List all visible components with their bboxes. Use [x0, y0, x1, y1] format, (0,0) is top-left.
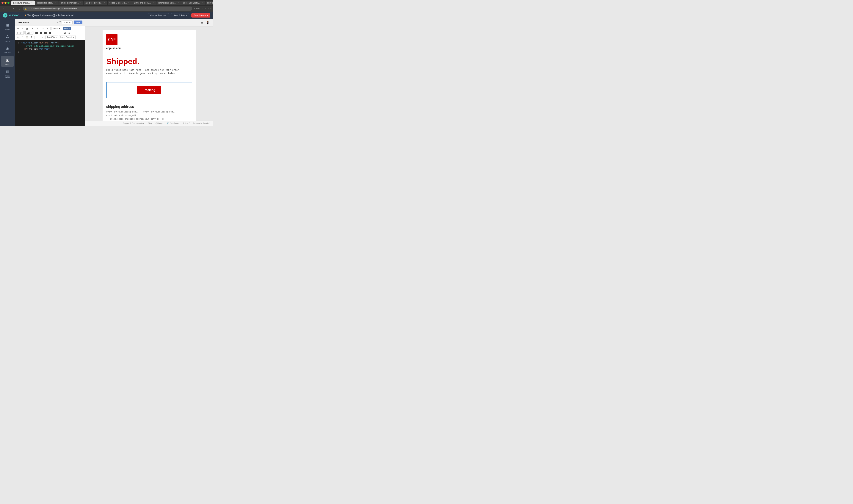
tab-close-icon[interactable]: ×	[80, 2, 82, 4]
save-content-button[interactable]: Save Content ▸	[191, 13, 210, 18]
code-line-1: 1 <div><a class="button1" href="{{ event…	[16, 41, 83, 51]
cut-button[interactable]: ✂	[16, 35, 20, 39]
tab-close-icon[interactable]: ×	[152, 2, 154, 4]
preview-topbar: 🖥 📱	[85, 19, 213, 26]
browser-tab-3[interactable]: apple use cloud st... ×	[84, 1, 107, 5]
chevron-down-icon: ▾	[56, 36, 57, 38]
sidebar-item-block-styles[interactable]: ▤ Block Styles	[1, 68, 14, 80]
font-color-button[interactable]: A	[31, 27, 35, 31]
browser-tab-6[interactable]: iphone icloud uploa... ×	[157, 1, 181, 5]
zoom-level: 110%	[194, 7, 200, 10]
indent-decrease-button[interactable]: ←	[54, 31, 58, 35]
data-feeds-link[interactable]: 📡 Data Feeds	[167, 122, 179, 124]
logo-text: KLAVIYO	[8, 14, 19, 17]
mobile-view-icon[interactable]: 📱	[205, 20, 210, 25]
indent-increase-button[interactable]: →	[58, 31, 62, 35]
forward-button[interactable]: ›	[7, 7, 11, 11]
header-status: Your {{ organization.name }} order has s…	[24, 14, 74, 17]
email-logo: CNP	[106, 34, 117, 45]
align-right-button[interactable]: ⬛	[43, 31, 48, 35]
tab-close-icon[interactable]: ×	[31, 2, 33, 4]
tab-close-icon[interactable]: ×	[177, 2, 179, 4]
email-tracking-block[interactable]: Tracking	[106, 82, 192, 98]
paste-button[interactable]: 📋	[25, 35, 29, 39]
status-dot	[24, 15, 26, 16]
help-icon[interactable]: ?	[56, 21, 58, 24]
editor-toolbar: B I U A ▲ ≡ ☰ Format ▾ Sour	[15, 26, 85, 40]
italic-button[interactable]: I	[20, 27, 24, 31]
email-shipping-section: shipping address event.extra.shipping_ad…	[103, 101, 196, 121]
home-button[interactable]: ⌂	[18, 7, 21, 11]
sidebar-item-preview[interactable]: ◉ Preview	[1, 44, 14, 55]
tab-close-icon[interactable]: ×	[103, 2, 105, 4]
source-button[interactable]: Source	[63, 27, 71, 31]
desktop-view-icon[interactable]: 🖥	[199, 20, 205, 25]
highlight-button[interactable]: ▲	[35, 27, 39, 31]
email-logo-area: CNP cnpusa.com	[103, 30, 196, 53]
maximize-traffic-light[interactable]	[7, 2, 10, 4]
browser-tab-active[interactable]: Edit Your {{ organi... ×	[12, 1, 35, 5]
code-editor[interactable]: 1 <div><a class="button1" href="{{ event…	[15, 40, 85, 126]
copy-button[interactable]: ⊓	[20, 35, 24, 39]
shipping-address-text: event.extra.shipping_add... event.extra.…	[106, 110, 192, 121]
bold-button[interactable]: B	[16, 27, 20, 31]
browser-tab-2[interactable]: envato element edit... ×	[59, 1, 83, 5]
support-link[interactable]: Support & Documentation	[123, 122, 144, 124]
browser-tab-5[interactable]: Set up and use iCl... ×	[132, 1, 156, 5]
paste-text-button[interactable]: T	[30, 35, 34, 39]
styles-icon: A	[5, 34, 10, 39]
browser-tab-1[interactable]: editable text effec... ×	[35, 1, 58, 5]
browser-chrome: Edit Your {{ organi... × editable text e…	[0, 0, 213, 12]
rss-icon: 📡	[167, 122, 169, 124]
bookmarks-icon[interactable]: ☆	[201, 7, 203, 10]
personalize-link[interactable]: ? How Do I Personalize Emails?	[183, 122, 210, 124]
align-left-button[interactable]: ⬛	[35, 31, 39, 35]
sidebar-block-label: Block	[5, 64, 10, 65]
align-justify-button[interactable]: ⬛	[48, 31, 52, 35]
align-center-button[interactable]: ⬛	[39, 31, 43, 35]
browser-tab-8[interactable]: How to upload pho... ×	[205, 1, 213, 5]
email-shipped-section: Shipped. Hello first_name last_name , an…	[103, 53, 196, 79]
tracking-button[interactable]: Tracking	[137, 86, 161, 94]
undo-button[interactable]: ↩	[35, 35, 39, 39]
ordered-list-button[interactable]: ☰	[46, 27, 50, 31]
browser-tab-4[interactable]: upload all iphone p... ×	[108, 1, 132, 5]
sidebar-preview-label: Preview	[4, 52, 11, 54]
traffic-lights	[1, 2, 10, 4]
menu-icon[interactable]: ≡	[210, 7, 212, 10]
close-traffic-light[interactable]	[1, 2, 3, 4]
browser-tab-7[interactable]: iphone upload pho... ×	[181, 1, 205, 5]
twitter-link[interactable]: @klaviyo	[156, 122, 163, 124]
editor-drag-handle-icon: ⠿	[59, 21, 61, 24]
redo-button[interactable]: ↪	[40, 35, 44, 39]
save-return-button[interactable]: Save & Return	[171, 13, 189, 17]
download-icon[interactable]: ⬇	[207, 7, 209, 10]
tab-label: upload all iphone p...	[109, 2, 127, 4]
image-button[interactable]: 🖼	[63, 31, 67, 35]
save-button[interactable]: Save	[74, 20, 83, 24]
insert-tag-dropdown[interactable]: Insert Tag ▾	[46, 35, 58, 39]
reload-button[interactable]: ↻	[12, 7, 16, 11]
sidebar-item-blocks[interactable]: ⊞ Blocks	[1, 21, 14, 32]
tab-close-icon[interactable]: ×	[128, 2, 130, 4]
sidebar-item-block[interactable]: ▣ Block	[1, 56, 14, 67]
unordered-list-button[interactable]: ≡	[41, 27, 45, 31]
browser-actions: 110% ☆ ⋯ ⬇ ≡	[194, 7, 212, 10]
tab-close-icon[interactable]: ×	[201, 2, 203, 4]
underline-button[interactable]: U	[25, 27, 29, 31]
minimize-traffic-light[interactable]	[4, 2, 6, 4]
size-dropdown[interactable]: Size ▾	[25, 31, 33, 35]
insert-property-dropdown[interactable]: Insert Property ▾	[59, 35, 76, 39]
extensions-icon[interactable]: ⋯	[204, 7, 206, 10]
tab-close-icon[interactable]: ×	[54, 2, 57, 4]
format-dropdown[interactable]: Format ▾	[51, 27, 61, 31]
address-bar[interactable]: 🔒 https://www.klaviyo.com/flow/message/X…	[23, 6, 192, 11]
special-char-button[interactable]: Ω	[67, 31, 71, 35]
font-dropdown[interactable]: Font ▾	[16, 31, 24, 35]
sidebar-item-styles[interactable]: A Styles	[1, 33, 14, 44]
change-template-button[interactable]: Change Template	[148, 13, 169, 17]
blog-link[interactable]: Blog	[148, 122, 152, 124]
back-button[interactable]: ‹	[2, 7, 5, 11]
code-line-2: 2	[16, 51, 83, 54]
cancel-button[interactable]: Cancel	[62, 20, 73, 24]
